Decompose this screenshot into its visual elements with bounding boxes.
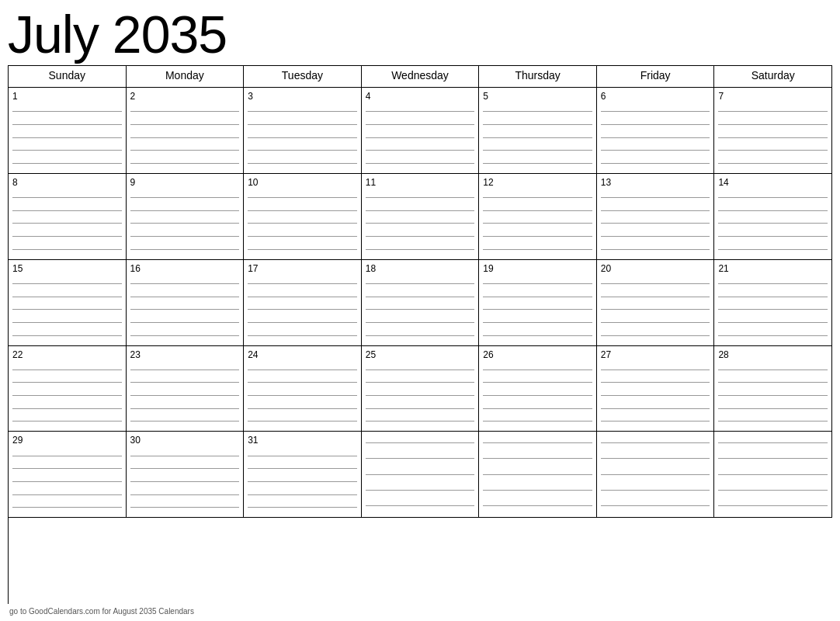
write-line bbox=[248, 395, 357, 396]
write-line bbox=[718, 163, 828, 164]
day-cell-21: 21 bbox=[714, 260, 832, 346]
write-lines bbox=[130, 449, 240, 514]
write-line bbox=[366, 490, 475, 491]
write-line bbox=[483, 474, 592, 475]
write-line bbox=[718, 369, 828, 370]
write-line bbox=[12, 481, 122, 482]
write-lines bbox=[248, 363, 357, 428]
write-line bbox=[248, 369, 357, 370]
day-cell-30: 30 bbox=[127, 432, 245, 518]
write-lines bbox=[12, 191, 122, 255]
day-number: 13 bbox=[601, 177, 710, 188]
write-line bbox=[718, 249, 828, 250]
write-line bbox=[366, 505, 475, 506]
write-lines bbox=[130, 105, 240, 169]
write-lines bbox=[718, 277, 828, 342]
write-line bbox=[718, 150, 828, 151]
write-line bbox=[130, 421, 240, 422]
write-line bbox=[12, 395, 122, 396]
write-line bbox=[483, 249, 592, 250]
write-line bbox=[130, 210, 240, 211]
write-line bbox=[483, 283, 592, 284]
calendar-grid: SundayMondayTuesdayWednesdayThursdayFrid… bbox=[8, 65, 832, 604]
write-line bbox=[248, 283, 357, 284]
write-line bbox=[483, 382, 592, 383]
write-line bbox=[130, 309, 240, 310]
write-line bbox=[601, 505, 710, 506]
write-line bbox=[483, 505, 592, 506]
write-line bbox=[483, 369, 592, 370]
day-number: 14 bbox=[718, 177, 828, 188]
write-line bbox=[130, 223, 240, 224]
day-cell-20: 20 bbox=[597, 260, 715, 346]
write-line bbox=[601, 322, 710, 323]
write-line bbox=[248, 421, 357, 422]
day-number: 17 bbox=[248, 263, 357, 274]
write-line bbox=[718, 236, 828, 237]
day-header-friday: Friday bbox=[597, 66, 715, 88]
write-line bbox=[366, 124, 475, 125]
write-line bbox=[483, 421, 592, 422]
write-line bbox=[130, 297, 240, 297]
write-line bbox=[130, 197, 240, 198]
day-cell-11: 11 bbox=[362, 174, 480, 260]
day-header-sunday: Sunday bbox=[9, 66, 127, 88]
day-number: 11 bbox=[366, 177, 475, 188]
write-lines bbox=[130, 191, 240, 255]
write-line bbox=[366, 369, 475, 370]
write-lines bbox=[483, 277, 592, 342]
write-line bbox=[248, 124, 357, 125]
day-cell-28: 28 bbox=[714, 346, 832, 432]
write-line bbox=[601, 297, 710, 297]
write-lines bbox=[130, 363, 240, 428]
day-number: 27 bbox=[601, 349, 710, 360]
write-line bbox=[130, 163, 240, 164]
write-lines bbox=[483, 363, 592, 428]
write-line bbox=[12, 297, 122, 297]
write-line bbox=[718, 223, 828, 224]
write-line bbox=[601, 395, 710, 396]
write-line bbox=[12, 223, 122, 224]
day-cell-15: 15 bbox=[9, 260, 127, 346]
write-lines bbox=[366, 191, 475, 255]
write-line bbox=[130, 236, 240, 237]
write-line bbox=[601, 249, 710, 250]
write-line bbox=[601, 163, 710, 164]
write-line bbox=[366, 309, 475, 310]
write-line bbox=[12, 283, 122, 284]
empty-cell bbox=[479, 432, 597, 518]
write-line bbox=[248, 150, 357, 151]
write-line bbox=[248, 111, 357, 112]
write-line bbox=[130, 395, 240, 396]
write-line bbox=[483, 408, 592, 409]
day-cell-2: 2 bbox=[127, 88, 245, 174]
write-line bbox=[483, 163, 592, 164]
day-number: 28 bbox=[718, 349, 828, 360]
write-line bbox=[248, 456, 357, 456]
write-lines bbox=[366, 363, 475, 428]
write-lines bbox=[366, 435, 475, 514]
day-number: 31 bbox=[248, 435, 357, 446]
write-line bbox=[12, 197, 122, 198]
write-line bbox=[130, 249, 240, 250]
day-number: 16 bbox=[130, 263, 240, 274]
empty-cell bbox=[597, 432, 715, 518]
day-cell-7: 7 bbox=[714, 88, 832, 174]
day-cell-24: 24 bbox=[244, 346, 362, 432]
write-line bbox=[601, 490, 710, 491]
write-line bbox=[12, 421, 122, 422]
day-cell-10: 10 bbox=[244, 174, 362, 260]
day-number: 24 bbox=[248, 349, 357, 360]
day-cell-29: 29 bbox=[9, 432, 127, 518]
write-line bbox=[248, 322, 357, 323]
write-line bbox=[12, 408, 122, 409]
write-line bbox=[718, 421, 828, 422]
write-line bbox=[130, 382, 240, 383]
day-number: 26 bbox=[483, 349, 592, 360]
day-cell-16: 16 bbox=[127, 260, 245, 346]
write-line bbox=[130, 335, 240, 336]
day-cell-23: 23 bbox=[127, 346, 245, 432]
day-number: 30 bbox=[130, 435, 240, 446]
write-line bbox=[12, 322, 122, 323]
write-line bbox=[483, 309, 592, 310]
